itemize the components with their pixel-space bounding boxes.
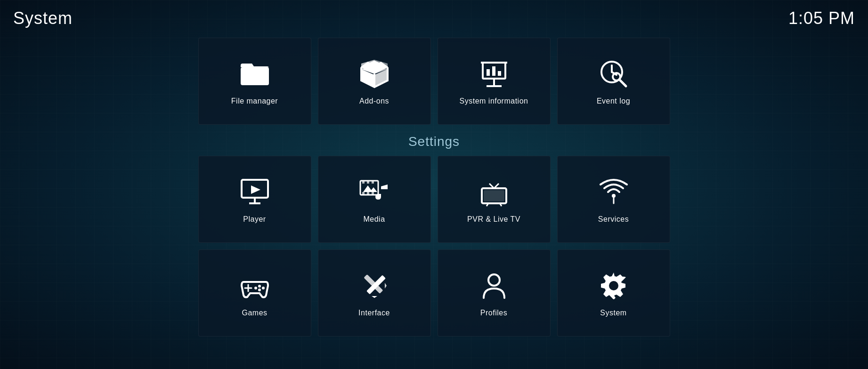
settings-section: Settings [132, 134, 736, 337]
tile-label: Media [363, 215, 385, 224]
tile-label: Games [242, 309, 267, 317]
media-icon [358, 176, 391, 209]
tile-profiles[interactable]: Profiles [438, 249, 551, 337]
svg-rect-31 [372, 192, 374, 195]
svg-point-47 [254, 287, 257, 289]
tv-icon [478, 176, 511, 209]
tile-pvr-live-tv[interactable]: PVR & Live TV [438, 156, 551, 243]
svg-marker-22 [251, 185, 260, 194]
tile-label: Add-ons [359, 97, 389, 105]
svg-rect-12 [498, 71, 501, 76]
settings-row-1: Player [198, 156, 670, 243]
svg-point-45 [262, 287, 265, 289]
svg-rect-37 [484, 190, 504, 201]
svg-rect-26 [362, 181, 365, 184]
profiles-icon [478, 269, 511, 302]
svg-rect-28 [372, 181, 374, 184]
tile-label: System information [460, 97, 528, 105]
svg-rect-27 [367, 181, 369, 184]
svg-marker-51 [385, 283, 387, 289]
svg-rect-30 [367, 192, 369, 195]
tile-label: File manager [231, 97, 278, 105]
tile-file-manager[interactable]: File manager [198, 38, 311, 125]
settings-label: Settings [408, 134, 460, 149]
player-icon [238, 176, 271, 209]
clock-search-icon [597, 57, 630, 90]
tile-label: Player [243, 215, 266, 224]
svg-rect-29 [362, 192, 365, 195]
tile-label: Event log [597, 97, 630, 105]
tile-player[interactable]: Player [198, 156, 311, 243]
top-row: File manager [198, 38, 670, 125]
svg-rect-11 [492, 66, 495, 76]
box-icon [358, 57, 391, 90]
tile-label: PVR & Live TV [467, 215, 520, 224]
services-icon [597, 176, 630, 209]
svg-point-52 [488, 274, 500, 286]
svg-line-19 [619, 80, 626, 86]
gamepad-icon [238, 269, 271, 302]
tile-interface[interactable]: Interface [318, 249, 431, 337]
presentation-icon [478, 57, 511, 90]
tile-label: Services [598, 215, 629, 224]
page-title: System [13, 8, 73, 28]
tile-label: Profiles [480, 309, 507, 317]
tile-label: Interface [358, 309, 390, 317]
tile-event-log[interactable]: Event log [557, 38, 670, 125]
main-content: File manager [0, 38, 868, 369]
tile-games[interactable]: Games [198, 249, 311, 337]
svg-point-44 [258, 285, 261, 288]
svg-rect-50 [364, 274, 383, 293]
settings-row-2: Games Int [198, 249, 670, 337]
tile-system[interactable]: System [557, 249, 670, 337]
tile-system-information[interactable]: System information [438, 38, 551, 125]
svg-point-54 [609, 281, 618, 290]
settings-grid: Player [198, 156, 670, 337]
clock: 1:05 PM [788, 8, 855, 28]
system-icon [597, 269, 630, 302]
tile-add-ons[interactable]: Add-ons [318, 38, 431, 125]
svg-rect-10 [487, 69, 490, 76]
tile-media[interactable]: Media [318, 156, 431, 243]
svg-rect-0 [241, 67, 269, 85]
tile-services[interactable]: Services [557, 156, 670, 243]
svg-marker-49 [372, 296, 377, 298]
tile-label: System [600, 309, 626, 317]
folder-icon [238, 57, 271, 90]
svg-point-46 [258, 289, 261, 291]
interface-icon [358, 269, 391, 302]
